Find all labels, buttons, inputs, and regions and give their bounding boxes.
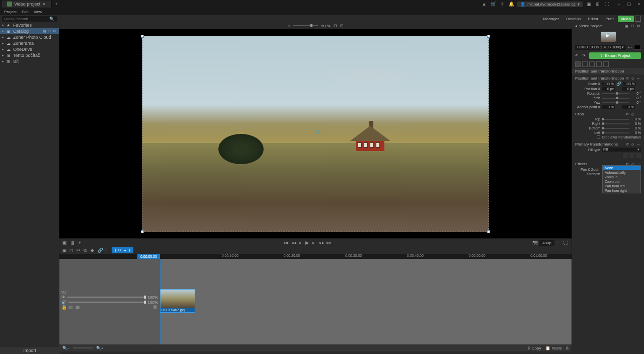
step-fwd-icon[interactable]: ▸ (312, 240, 317, 245)
playhead-indicator[interactable]: ⟨ ✂ ▼ ⟩ (112, 247, 133, 253)
tl-expand-icon[interactable]: ⛶ (564, 240, 569, 245)
rotation-slider[interactable] (602, 93, 629, 94)
rp-tab-5[interactable] (603, 61, 609, 67)
import-button[interactable]: Import (0, 347, 59, 354)
fit-icon[interactable]: ⊡ (334, 24, 337, 28)
rp-tab-2[interactable] (582, 61, 588, 67)
background-color-swatch[interactable] (634, 45, 641, 50)
link-icon[interactable]: 🔗 (616, 82, 621, 86)
menu-project[interactable]: Project (4, 10, 17, 14)
track-opt2-icon[interactable]: ▤ (68, 305, 73, 310)
minimize-button[interactable]: − (616, 1, 622, 7)
center-marker-icon[interactable] (315, 130, 319, 134)
search-icon[interactable]: 🔍 (49, 17, 54, 21)
preview-canvas[interactable] (59, 29, 572, 238)
dd-option-panleft[interactable]: Pan from left (603, 184, 640, 188)
yaw-slider[interactable] (602, 102, 629, 103)
handle-tl[interactable] (141, 35, 144, 38)
tl-add-media-icon[interactable]: ▣ (62, 240, 67, 245)
undo-icon[interactable]: ↶ (575, 53, 580, 58)
more-icon[interactable]: ⋯ (637, 77, 641, 81)
external-icon[interactable] (635, 16, 641, 22)
dd-option-zoomin[interactable]: Zoom in (603, 175, 640, 179)
dd-option-zoomout[interactable]: Zoom out (603, 179, 640, 184)
notification-icon[interactable]: ▲ (481, 1, 487, 7)
dd-option-none[interactable]: None (603, 166, 640, 170)
export-button[interactable]: ⇪Export Project (589, 52, 641, 59)
panel-opt1-icon[interactable]: ▣ (625, 24, 629, 28)
back-icon[interactable]: ◂ (575, 24, 577, 28)
res-settings-icon[interactable]: ⋯ (628, 45, 632, 50)
paste-button[interactable]: 📋Paste (545, 346, 562, 350)
pos-x-input[interactable]: 0 px (602, 87, 615, 91)
dd-option-panright[interactable]: Pan from right (603, 188, 640, 193)
reset-icon[interactable]: ↺ (626, 77, 630, 81)
dd-option-auto[interactable]: Automatically (603, 170, 640, 175)
prim-btn3[interactable] (636, 153, 641, 158)
crop-right-slider[interactable] (602, 123, 629, 124)
panel-opt2-icon[interactable]: ⊟ (631, 24, 635, 28)
rp-tab-3[interactable] (589, 61, 595, 67)
catalog-opt2-icon[interactable]: ⊟ (48, 29, 52, 33)
goto-end-icon[interactable]: ⏭ (327, 240, 332, 245)
visibility-icon[interactable]: 👁 (61, 295, 65, 300)
layout1-icon[interactable]: ▣ (586, 1, 592, 7)
preview-quality-select[interactable]: 480p (539, 240, 554, 246)
tree-network[interactable]: ▸⊞Síť (0, 58, 59, 64)
cursor-tool-icon[interactable]: ▣ (62, 248, 67, 253)
tree-zonerama[interactable]: ▸☁Zonerama (0, 40, 59, 46)
zoom-slider[interactable] (293, 25, 318, 26)
handle-tr[interactable] (487, 35, 490, 38)
crop-left-slider[interactable] (602, 132, 629, 133)
crop-reset-icon[interactable]: ↺ (626, 112, 630, 116)
selection-frame[interactable] (142, 36, 489, 232)
mode-develop[interactable]: Develop (563, 16, 584, 22)
tree-this-pc[interactable]: ▸🖥Tento počítač (0, 52, 59, 58)
prim-more-icon[interactable]: ⋯ (637, 143, 641, 147)
next-frame-icon[interactable]: ▸▸ (319, 240, 325, 245)
tl-zoom-out-icon[interactable]: 🔍− (62, 346, 70, 350)
handle-br[interactable] (487, 230, 490, 233)
resolution-select[interactable]: FullHD 1080p (1920 x 1080)▾ (575, 45, 626, 50)
bell-icon[interactable]: 🔔 (508, 1, 514, 7)
opacity-slider[interactable] (67, 297, 146, 298)
crop-bottom-slider[interactable] (602, 128, 629, 129)
cart-icon[interactable]: 🛒 (490, 1, 496, 7)
tl-add-icon[interactable]: + (78, 240, 84, 245)
close-button[interactable]: × (636, 1, 642, 7)
search-input[interactable] (4, 17, 49, 21)
prev-frame-icon[interactable]: ◂◂ (291, 240, 296, 245)
snap-tool-icon[interactable]: ⧉ (84, 248, 89, 253)
volume-slider[interactable] (68, 302, 146, 303)
mode-editor[interactable]: Editor (585, 16, 601, 22)
anchor-x-input[interactable]: 0 % (602, 105, 615, 109)
prim-kf-icon[interactable]: ◇ (631, 143, 635, 147)
crop-more-icon[interactable]: ⋯ (637, 112, 641, 116)
menu-edit[interactable]: Edit (22, 10, 29, 14)
bracket-right-icon[interactable]: ⟩ (129, 248, 130, 252)
tl-delete-icon[interactable]: 🗑 (70, 240, 75, 245)
tree-catalog[interactable]: ▸▣Catalog▤⊟⚙ (0, 28, 59, 34)
scale-y-input[interactable]: 100 % (623, 82, 636, 86)
user-account[interactable]: 👤 michal.dvoracek@zoner.cz ▾ (517, 2, 583, 7)
zoom-out-icon[interactable]: ○ (287, 24, 290, 28)
crop-top-slider[interactable] (602, 119, 629, 120)
lock-icon[interactable]: 🔒 (61, 305, 66, 310)
project-thumbnail[interactable] (601, 32, 616, 42)
crop-kf-icon[interactable]: ◇ (631, 112, 635, 116)
track-body[interactable]: DSCF5467.jpg (160, 289, 572, 312)
document-tab[interactable]: Video project × (2, 1, 52, 8)
menu-view[interactable]: View (34, 10, 42, 14)
layout2-icon[interactable]: ⊞ (595, 1, 601, 7)
tree-zoner-cloud[interactable]: ▸☁Zoner Photo Cloud (0, 34, 59, 40)
fill-type-select[interactable]: Fill▾ (602, 148, 641, 152)
bracket-left-icon[interactable]: ⟨ (115, 248, 116, 252)
panel-gear-icon[interactable]: ⚙ (637, 24, 641, 28)
redo-icon[interactable]: ↷ (582, 53, 587, 58)
pos-y-input[interactable]: 0 px (622, 87, 635, 91)
scale-x-input[interactable]: 100 % (602, 82, 615, 86)
marker-add-icon[interactable]: ▼ (123, 249, 127, 252)
add-tab-button[interactable]: + (52, 2, 60, 7)
help-icon[interactable]: ? (499, 1, 505, 7)
crop-after-checkbox[interactable] (597, 135, 600, 139)
